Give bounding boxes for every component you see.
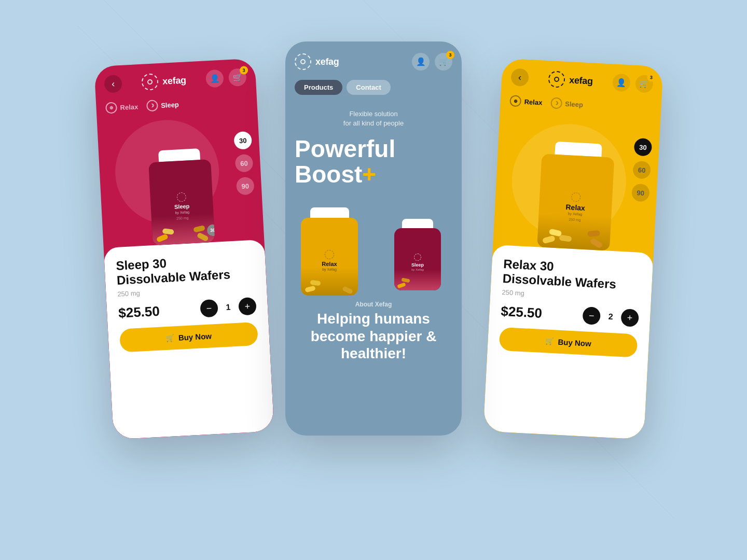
pill-1 bbox=[156, 233, 169, 243]
cat-tab-relax-left[interactable]: ⊕ Relax bbox=[105, 101, 139, 114]
center-pills-sleep bbox=[394, 270, 441, 290]
cat-tab-sleep-left[interactable]: ☽ Sleep bbox=[146, 99, 179, 111]
cart-badge-left: 3 bbox=[240, 66, 248, 75]
center-section-label: About Xefag bbox=[285, 296, 462, 310]
center-bottle-sleep: Sleep by Xefag bbox=[394, 219, 441, 290]
pills-left bbox=[151, 214, 215, 245]
right-bottle-label: Relax bbox=[565, 203, 585, 213]
center-bottles: Relax by Xefag Sleep bbox=[285, 187, 462, 296]
qty-number-right: 2 bbox=[605, 312, 616, 322]
center-label-sleep: Sleep bbox=[411, 262, 424, 268]
cart-badge-right: 3 bbox=[647, 73, 656, 82]
center-logo-icon bbox=[295, 53, 311, 70]
sp1 bbox=[397, 282, 406, 288]
minus-icon-left: − bbox=[206, 303, 212, 314]
user-icon-right: 👤 bbox=[616, 78, 627, 88]
center-hero-subtitle: Flexible solution for all kind of people bbox=[295, 109, 452, 128]
plus-button-right[interactable]: + bbox=[620, 309, 639, 327]
bottle-body-left: Sleep by Xefag 250 mg 30 bbox=[148, 159, 215, 245]
center-body-relax: Relax by Xefag bbox=[301, 218, 358, 296]
cp3 bbox=[342, 286, 353, 295]
buy-button-right[interactable]: 🛒 Buy Now bbox=[499, 327, 638, 358]
minus-button-right[interactable]: − bbox=[582, 306, 601, 325]
center-brand-name: xefag bbox=[315, 57, 339, 67]
logo-icon bbox=[141, 73, 159, 91]
nav-contact[interactable]: Contact bbox=[347, 80, 390, 95]
right-product-row: $25.50 − 2 + bbox=[501, 302, 639, 327]
bottle-logo-left bbox=[176, 192, 186, 202]
right-product-price: $25.50 bbox=[501, 303, 543, 321]
left-logo: xefag bbox=[141, 72, 186, 90]
buy-button-left[interactable]: 🛒 Buy Now bbox=[119, 322, 258, 353]
center-logo-inner bbox=[300, 59, 306, 64]
center-helping-title: Helping humans become happier & healthie… bbox=[285, 310, 462, 362]
cp1 bbox=[305, 286, 316, 293]
center-cap-relax bbox=[310, 207, 349, 218]
right-logo-inner bbox=[554, 77, 560, 82]
center-logo-relax bbox=[325, 250, 334, 259]
rp5 bbox=[559, 235, 572, 242]
plus-icon-left: + bbox=[244, 301, 251, 312]
center-bottle-relax: Relax by Xefag bbox=[301, 207, 358, 296]
right-product-image: Relax by Xefag 250 mg bbox=[493, 115, 660, 253]
qty-number-left: 1 bbox=[223, 302, 234, 312]
user-button-center[interactable]: 👤 bbox=[412, 53, 430, 71]
back-button[interactable]: ‹ bbox=[104, 75, 122, 93]
cp2 bbox=[310, 280, 321, 286]
cart-icon-left: 🛒 bbox=[232, 73, 243, 82]
center-logo: xefag bbox=[295, 53, 339, 70]
user-icon-center: 👤 bbox=[416, 57, 426, 66]
user-button-right[interactable]: 👤 bbox=[612, 74, 631, 92]
minus-button-left[interactable]: − bbox=[200, 299, 218, 318]
cart-button-right[interactable]: 🛒 3 bbox=[635, 75, 654, 93]
rp4 bbox=[587, 230, 600, 237]
center-hero-title: Powerful Boost+ bbox=[285, 136, 462, 187]
relax-label-left: Relax bbox=[120, 103, 138, 111]
rp1 bbox=[542, 235, 556, 244]
rp3 bbox=[590, 237, 603, 249]
right-brand-name: xefag bbox=[569, 75, 593, 87]
left-qty-controls: − 1 + bbox=[200, 297, 257, 318]
pill-4 bbox=[193, 225, 205, 233]
left-product-name: Sleep 30 Dissolvable Wafers bbox=[116, 251, 255, 287]
plus-button-left[interactable]: + bbox=[238, 297, 257, 316]
right-logo: xefag bbox=[548, 71, 593, 89]
right-product-card: Relax 30 Dissolvable Wafers 250 mg $25.5… bbox=[483, 245, 653, 440]
user-button-left[interactable]: 👤 bbox=[205, 69, 224, 88]
right-product-name: Relax 30 Dissolvable Wafers bbox=[502, 257, 642, 292]
right-bottle-logo bbox=[571, 192, 581, 202]
user-icon-left: 👤 bbox=[210, 74, 220, 83]
center-nav-tabs: Products Contact bbox=[285, 76, 462, 99]
right-bottle-body: Relax by Xefag 250 mg bbox=[537, 154, 614, 251]
right-qty-controls: − 2 + bbox=[582, 306, 639, 327]
cart-button-center[interactable]: 🛒 3 bbox=[435, 53, 452, 71]
relax-icon-left: ⊕ bbox=[105, 102, 117, 114]
phone-center: xefag 👤 🛒 3 Products C bbox=[285, 41, 462, 436]
nav-products[interactable]: Products bbox=[295, 80, 342, 95]
right-pills bbox=[537, 213, 611, 250]
phones-container: ‹ xefag 👤 🛒 3 bbox=[0, 0, 747, 560]
left-header-icons: 👤 🛒 3 bbox=[205, 68, 247, 88]
phone-right: ‹ xefag 👤 🛒 3 bbox=[483, 58, 663, 439]
sp2 bbox=[401, 277, 410, 283]
cat-tab-sleep-right[interactable]: ☽ Sleep bbox=[550, 97, 584, 110]
center-hero: Flexible solution for all kind of people bbox=[285, 99, 462, 133]
sleep-label-left: Sleep bbox=[161, 101, 179, 109]
relax-icon-right: ⊕ bbox=[509, 95, 521, 107]
left-product-row: $25.50 − 1 + bbox=[118, 297, 256, 322]
plus-icon-right: + bbox=[627, 312, 633, 324]
cart-button-left[interactable]: 🛒 3 bbox=[228, 68, 247, 87]
cart-icon-center: 🛒 bbox=[439, 57, 449, 66]
minus-icon-right: − bbox=[588, 310, 594, 321]
center-logo-sleep bbox=[414, 254, 421, 261]
phone-left: ‹ xefag 👤 🛒 3 bbox=[94, 58, 274, 439]
back-button-right[interactable]: ‹ bbox=[510, 68, 529, 87]
left-product-image: Sleep by Xefag 250 mg 30 bbox=[97, 115, 264, 248]
cat-tab-relax-right[interactable]: ⊕ Relax bbox=[509, 95, 543, 108]
bottle-sub-left: by Xefag bbox=[175, 210, 189, 214]
cart-icon-buy-right: 🛒 bbox=[545, 338, 554, 346]
right-logo-icon bbox=[548, 71, 565, 88]
center-header-icons: 👤 🛒 3 bbox=[412, 53, 452, 71]
left-product-price: $25.50 bbox=[118, 303, 160, 321]
left-product-card: Sleep 30 Dissolvable Wafers 250 mg $25.5… bbox=[104, 240, 274, 440]
